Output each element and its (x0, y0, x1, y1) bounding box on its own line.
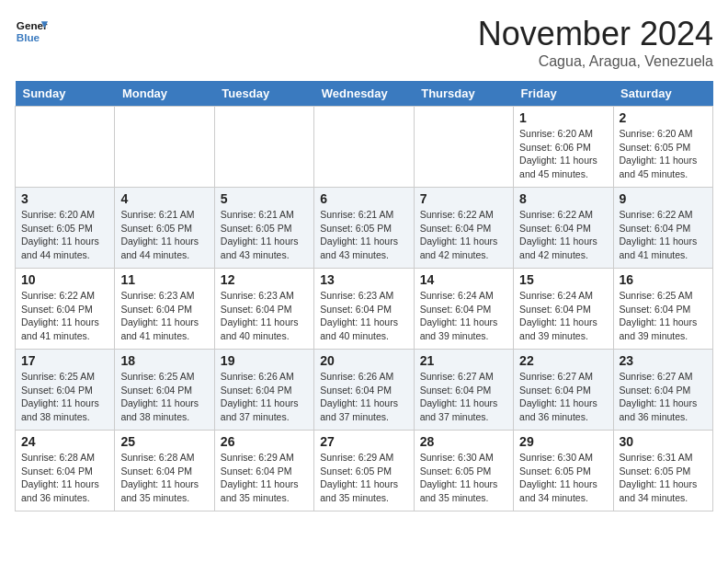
calendar-day-cell: 4Sunrise: 6:21 AMSunset: 6:05 PMDaylight… (115, 188, 214, 269)
weekday-header-tuesday: Tuesday (214, 81, 313, 107)
calendar-title-area: November 2024 Cagua, Aragua, Venezuela (478, 15, 713, 70)
day-info: Sunrise: 6:22 AMSunset: 6:04 PMDaylight:… (519, 208, 607, 262)
day-number: 14 (420, 272, 507, 287)
calendar-day-cell: 9Sunrise: 6:22 AMSunset: 6:04 PMDaylight… (613, 188, 712, 269)
day-number: 15 (519, 272, 607, 287)
calendar-day-cell: 11Sunrise: 6:23 AMSunset: 6:04 PMDayligh… (115, 269, 214, 350)
location-title: Cagua, Aragua, Venezuela (478, 53, 713, 70)
day-number: 3 (21, 191, 108, 206)
day-number: 16 (620, 272, 707, 287)
day-number: 12 (221, 272, 308, 287)
calendar-day-cell: 23Sunrise: 6:27 AMSunset: 6:04 PMDayligh… (613, 350, 712, 431)
weekday-header-thursday: Thursday (414, 81, 513, 107)
day-number: 11 (120, 272, 208, 287)
calendar-day-cell: 27Sunrise: 6:29 AMSunset: 6:05 PMDayligh… (314, 431, 414, 511)
day-number: 13 (320, 272, 407, 287)
day-number: 30 (620, 434, 707, 449)
calendar-day-cell (214, 107, 313, 188)
calendar-day-cell: 21Sunrise: 6:27 AMSunset: 6:04 PMDayligh… (414, 350, 513, 431)
day-number: 9 (620, 191, 707, 206)
day-number: 21 (420, 353, 507, 368)
day-number: 28 (420, 434, 507, 449)
day-number: 29 (519, 434, 607, 449)
day-number: 1 (519, 110, 607, 125)
day-info: Sunrise: 6:21 AMSunset: 6:05 PMDaylight:… (120, 208, 208, 262)
day-number: 24 (21, 434, 108, 449)
calendar-day-cell: 12Sunrise: 6:23 AMSunset: 6:04 PMDayligh… (214, 269, 313, 350)
day-info: Sunrise: 6:23 AMSunset: 6:04 PMDaylight:… (221, 289, 308, 343)
calendar-day-cell: 5Sunrise: 6:21 AMSunset: 6:05 PMDaylight… (214, 188, 313, 269)
calendar-day-cell: 28Sunrise: 6:30 AMSunset: 6:05 PMDayligh… (414, 431, 513, 511)
day-info: Sunrise: 6:27 AMSunset: 6:04 PMDaylight:… (420, 370, 507, 424)
calendar-day-cell: 20Sunrise: 6:26 AMSunset: 6:04 PMDayligh… (314, 350, 414, 431)
calendar-table: SundayMondayTuesdayWednesdayThursdayFrid… (15, 81, 713, 511)
day-number: 17 (21, 353, 108, 368)
calendar-week-row: 1Sunrise: 6:20 AMSunset: 6:06 PMDaylight… (16, 107, 713, 188)
calendar-day-cell: 14Sunrise: 6:24 AMSunset: 6:04 PMDayligh… (414, 269, 513, 350)
calendar-week-row: 3Sunrise: 6:20 AMSunset: 6:05 PMDaylight… (16, 188, 713, 269)
day-info: Sunrise: 6:23 AMSunset: 6:04 PMDaylight:… (120, 289, 208, 343)
day-info: Sunrise: 6:21 AMSunset: 6:05 PMDaylight:… (221, 208, 308, 262)
day-info: Sunrise: 6:24 AMSunset: 6:04 PMDaylight:… (420, 289, 507, 343)
day-info: Sunrise: 6:20 AMSunset: 6:05 PMDaylight:… (620, 127, 707, 181)
day-info: Sunrise: 6:29 AMSunset: 6:05 PMDaylight:… (320, 451, 407, 505)
day-number: 6 (320, 191, 407, 206)
day-info: Sunrise: 6:20 AMSunset: 6:06 PMDaylight:… (519, 127, 607, 181)
day-number: 25 (120, 434, 208, 449)
calendar-day-cell: 17Sunrise: 6:25 AMSunset: 6:04 PMDayligh… (16, 350, 115, 431)
day-info: Sunrise: 6:30 AMSunset: 6:05 PMDaylight:… (420, 451, 507, 505)
weekday-header-wednesday: Wednesday (314, 81, 414, 107)
day-info: Sunrise: 6:25 AMSunset: 6:04 PMDaylight:… (620, 289, 707, 343)
day-info: Sunrise: 6:27 AMSunset: 6:04 PMDaylight:… (519, 370, 607, 424)
calendar-day-cell (314, 107, 414, 188)
calendar-day-cell (115, 107, 214, 188)
page-header: General Blue November 2024 Cagua, Aragua… (15, 15, 713, 70)
day-number: 26 (221, 434, 308, 449)
day-number: 23 (620, 353, 707, 368)
day-number: 5 (221, 191, 308, 206)
calendar-day-cell: 8Sunrise: 6:22 AMSunset: 6:04 PMDaylight… (514, 188, 613, 269)
calendar-day-cell: 26Sunrise: 6:29 AMSunset: 6:04 PMDayligh… (214, 431, 313, 511)
day-number: 22 (519, 353, 607, 368)
day-number: 27 (320, 434, 407, 449)
calendar-day-cell: 10Sunrise: 6:22 AMSunset: 6:04 PMDayligh… (16, 269, 115, 350)
weekday-header-friday: Friday (514, 81, 613, 107)
day-info: Sunrise: 6:26 AMSunset: 6:04 PMDaylight:… (221, 370, 308, 424)
day-number: 8 (519, 191, 607, 206)
day-info: Sunrise: 6:28 AMSunset: 6:04 PMDaylight:… (120, 451, 208, 505)
calendar-day-cell: 3Sunrise: 6:20 AMSunset: 6:05 PMDaylight… (16, 188, 115, 269)
day-info: Sunrise: 6:30 AMSunset: 6:05 PMDaylight:… (519, 451, 607, 505)
svg-text:Blue: Blue (17, 31, 40, 43)
day-info: Sunrise: 6:24 AMSunset: 6:04 PMDaylight:… (519, 289, 607, 343)
day-number: 18 (120, 353, 208, 368)
calendar-day-cell: 16Sunrise: 6:25 AMSunset: 6:04 PMDayligh… (613, 269, 712, 350)
day-info: Sunrise: 6:25 AMSunset: 6:04 PMDaylight:… (21, 370, 108, 424)
day-info: Sunrise: 6:23 AMSunset: 6:04 PMDaylight:… (320, 289, 407, 343)
calendar-week-row: 17Sunrise: 6:25 AMSunset: 6:04 PMDayligh… (16, 350, 713, 431)
logo: General Blue (15, 15, 50, 48)
calendar-day-cell (414, 107, 513, 188)
month-title: November 2024 (478, 15, 713, 53)
day-number: 19 (221, 353, 308, 368)
calendar-day-cell: 30Sunrise: 6:31 AMSunset: 6:05 PMDayligh… (613, 431, 712, 511)
day-info: Sunrise: 6:21 AMSunset: 6:05 PMDaylight:… (320, 208, 407, 262)
day-info: Sunrise: 6:26 AMSunset: 6:04 PMDaylight:… (320, 370, 407, 424)
weekday-header-row: SundayMondayTuesdayWednesdayThursdayFrid… (16, 81, 713, 107)
weekday-header-monday: Monday (115, 81, 214, 107)
calendar-day-cell: 29Sunrise: 6:30 AMSunset: 6:05 PMDayligh… (514, 431, 613, 511)
day-info: Sunrise: 6:22 AMSunset: 6:04 PMDaylight:… (21, 289, 108, 343)
day-info: Sunrise: 6:27 AMSunset: 6:04 PMDaylight:… (620, 370, 707, 424)
day-number: 10 (21, 272, 108, 287)
svg-text:General: General (17, 19, 48, 31)
calendar-day-cell: 13Sunrise: 6:23 AMSunset: 6:04 PMDayligh… (314, 269, 414, 350)
calendar-day-cell: 6Sunrise: 6:21 AMSunset: 6:05 PMDaylight… (314, 188, 414, 269)
calendar-day-cell: 1Sunrise: 6:20 AMSunset: 6:06 PMDaylight… (514, 107, 613, 188)
day-info: Sunrise: 6:22 AMSunset: 6:04 PMDaylight:… (620, 208, 707, 262)
calendar-day-cell: 2Sunrise: 6:20 AMSunset: 6:05 PMDaylight… (613, 107, 712, 188)
logo-icon: General Blue (15, 15, 48, 48)
calendar-week-row: 24Sunrise: 6:28 AMSunset: 6:04 PMDayligh… (16, 431, 713, 511)
calendar-day-cell: 19Sunrise: 6:26 AMSunset: 6:04 PMDayligh… (214, 350, 313, 431)
day-number: 20 (320, 353, 407, 368)
calendar-day-cell: 18Sunrise: 6:25 AMSunset: 6:04 PMDayligh… (115, 350, 214, 431)
weekday-header-sunday: Sunday (16, 81, 115, 107)
